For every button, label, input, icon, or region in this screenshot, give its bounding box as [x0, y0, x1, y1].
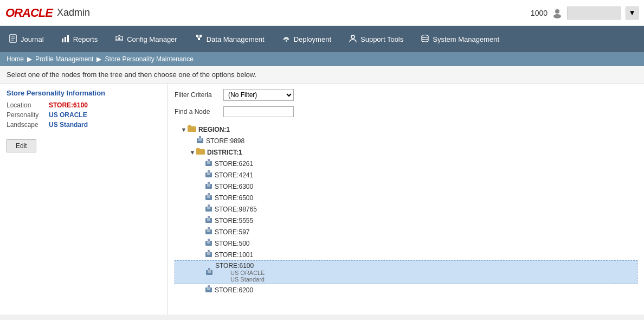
label-store6200: STORE:6200	[215, 286, 253, 294]
svg-rect-41	[208, 216, 210, 218]
tree-node-district1[interactable]: ▼ DISTRICT:1	[175, 146, 637, 158]
nav-reports-label: Reports	[73, 35, 98, 43]
svg-point-19	[351, 35, 355, 39]
svg-rect-25	[207, 161, 210, 164]
store6100-sub2: US Standard	[215, 276, 265, 283]
tree-node-store6500[interactable]: STORE:6500	[175, 192, 637, 203]
top-bar-right: 1000 ▼	[531, 7, 639, 20]
folder-icon-region1	[188, 125, 196, 134]
deployment-icon	[282, 34, 291, 44]
svg-rect-23	[199, 136, 201, 138]
config-manager-icon	[115, 34, 124, 44]
svg-rect-52	[208, 270, 211, 273]
toggle-store4241	[197, 172, 205, 178]
tree-node-store6300[interactable]: STORE:6300	[175, 181, 637, 192]
find-node-label: Find a Node	[175, 108, 218, 116]
find-node-input[interactable]	[223, 106, 294, 117]
right-panel: Filter Criteria (No Filter) Find a Node …	[168, 84, 644, 315]
svg-rect-8	[67, 35, 69, 42]
svg-rect-43	[207, 229, 210, 232]
toggle-store6500	[197, 195, 205, 201]
nav-system-management[interactable]: System Management	[412, 26, 508, 52]
filter-criteria-select[interactable]: (No Filter)	[223, 89, 294, 101]
tree-node-store5555[interactable]: STORE:5555	[175, 215, 637, 226]
top-bar: ORACLE Xadmin 1000 ▼	[0, 0, 644, 26]
nav-journal[interactable]: Journal	[0, 26, 53, 52]
nav-deployment[interactable]: Deployment	[273, 26, 340, 52]
main-content: Store Personality Information Location S…	[0, 84, 644, 315]
store-icon-6261	[205, 159, 212, 168]
instruction-bar: Select one of the nodes from the tree an…	[0, 66, 644, 84]
left-panel: Store Personality Information Location S…	[0, 84, 168, 315]
tree-node-store98765[interactable]: STORE:98765	[175, 203, 637, 215]
store-icon-1001	[205, 250, 212, 259]
breadcrumb-profile-management[interactable]: Profile Management	[35, 55, 93, 63]
label-store1001: STORE:1001	[215, 251, 253, 259]
store-icon-500	[205, 239, 212, 248]
toggle-store6261	[197, 161, 205, 167]
user-icon	[552, 8, 563, 18]
svg-rect-13	[198, 38, 200, 40]
nav-support-tools[interactable]: Support Tools	[340, 26, 412, 52]
label-store6100-wrapper: STORE:6100 US ORACLE US Standard	[215, 262, 265, 283]
svg-rect-53	[208, 268, 210, 270]
folder-icon-district1	[196, 148, 205, 157]
personality-row: Personality US ORACLE	[7, 111, 161, 119]
personality-value: US ORACLE	[49, 111, 87, 119]
svg-rect-34	[207, 195, 210, 198]
label-store6500: STORE:6500	[215, 194, 253, 202]
landscape-row: Landscape US Standard	[7, 121, 161, 129]
nav-config-manager[interactable]: Config Manager	[106, 26, 186, 52]
svg-point-20	[422, 35, 428, 37]
store-icon-6200	[205, 285, 212, 295]
user-id: 1000	[531, 9, 548, 17]
find-node-row: Find a Node	[175, 106, 637, 117]
label-store500: STORE:500	[215, 240, 249, 247]
label-store6261: STORE:6261	[215, 160, 253, 168]
landscape-value: US Standard	[49, 121, 88, 129]
tree-node-store6100[interactable]: STORE:6100 US ORACLE US Standard	[175, 260, 637, 284]
label-district1: DISTRICT:1	[207, 149, 242, 156]
instruction-text: Select one of the nodes from the tree an…	[7, 71, 256, 79]
store-icon-6100	[205, 268, 213, 277]
svg-rect-47	[208, 239, 210, 241]
toggle-store6300	[197, 183, 205, 190]
store-icon-6300	[205, 182, 212, 191]
tree-node-store6261[interactable]: STORE:6261	[175, 158, 637, 169]
label-store6100: STORE:6100	[215, 262, 254, 270]
svg-rect-44	[208, 227, 210, 229]
nav-reports[interactable]: Reports	[53, 26, 107, 52]
svg-rect-6	[62, 39, 63, 42]
tree-node-store9898[interactable]: STORE:9898	[175, 135, 637, 146]
breadcrumb-home[interactable]: Home	[7, 55, 24, 63]
svg-rect-38	[208, 204, 210, 207]
filter-criteria-label: Filter Criteria	[175, 91, 218, 99]
nav-data-management[interactable]: Data Management	[186, 26, 273, 52]
toggle-store98765	[197, 206, 205, 213]
svg-point-9	[118, 37, 120, 40]
edit-button[interactable]: Edit	[7, 139, 36, 152]
tree-node-region1[interactable]: ▼ REGION:1	[175, 124, 637, 135]
tree-container: ▼ REGION:1 STORE:9898 ▼ DIS	[175, 124, 637, 296]
reports-icon	[61, 34, 70, 44]
location-row: Location STORE:6100	[7, 101, 161, 109]
store6100-sub1: US ORACLE	[215, 270, 265, 276]
tree-node-store500[interactable]: STORE:500	[175, 238, 637, 249]
store-icon-5555	[205, 216, 212, 225]
svg-rect-22	[198, 138, 202, 141]
tree-node-store6200[interactable]: STORE:6200	[175, 284, 637, 296]
svg-rect-50	[208, 250, 210, 252]
user-dropdown-button[interactable]: ▼	[626, 7, 639, 20]
label-store5555: STORE:5555	[215, 217, 253, 225]
svg-line-17	[199, 37, 201, 38]
label-store9898: STORE:9898	[206, 137, 244, 145]
tree-node-store597[interactable]: STORE:597	[175, 226, 637, 238]
breadcrumb-current: Store Personality Maintenance	[105, 55, 193, 63]
store-icon-9898	[196, 136, 204, 145]
nav-deployment-label: Deployment	[294, 35, 331, 43]
tree-node-store1001[interactable]: STORE:1001	[175, 249, 637, 260]
breadcrumb: Home ▶ Profile Management ▶ Store Person…	[0, 52, 644, 66]
oracle-logo: ORACLE	[5, 6, 53, 20]
tree-node-store4241[interactable]: STORE:4241	[175, 169, 637, 181]
system-management-icon	[421, 34, 429, 44]
